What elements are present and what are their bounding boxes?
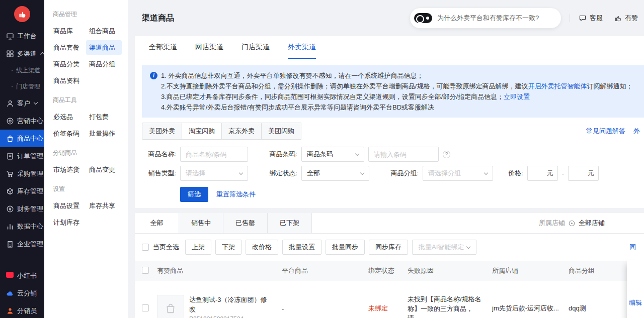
tab-jd-takeout[interactable]: 京东外卖 [221, 123, 262, 140]
tab-meituan-takeout[interactable]: 美团外卖 [142, 123, 182, 140]
bind-state-select[interactable]: 全部 [301, 166, 369, 181]
secondary-sidebar: 商品管理 商品库 组合商品 商品套餐 渠道商品 商品分类 商品分组 商品资料 商… [44, 0, 128, 318]
bar-chart-icon [6, 223, 14, 231]
sidebar-item-online-channel[interactable]: 线上渠道 [0, 62, 44, 78]
select-all-checkbox[interactable] [142, 244, 149, 251]
sidebar-item-label: 分销员 [17, 306, 37, 315]
table-header: 有赞商品 平台商品 绑定状态 失败原因 所属店铺 商品分组 [135, 261, 644, 281]
sidebar-item-cloud-distribution[interactable]: 云分销 [0, 284, 44, 302]
sidebar-item-customer[interactable]: 客户 [0, 94, 44, 112]
status-tab-off-shelf[interactable]: 已下架 [268, 213, 312, 233]
menu-item-product-settings[interactable]: 商品设置 [50, 198, 86, 213]
header-checkbox[interactable] [142, 267, 149, 274]
shop-cell: jm先货后款-运河店收... [492, 304, 569, 313]
sync-stock-button[interactable]: 同步库存 [369, 240, 408, 255]
menu-item-product-library[interactable]: 商品库 [50, 24, 86, 38]
menu-section-grid: 必选品 打包费 价签条码 批量操作 [50, 110, 122, 141]
sidebar-item-finance[interactable]: 财务管理 [0, 200, 44, 218]
sidebar-item-workbench[interactable]: 工作台 [0, 27, 44, 45]
menu-item-product-package[interactable]: 商品套餐 [50, 40, 86, 55]
faq-link[interactable]: 常见问题解答 [586, 127, 625, 136]
barcode-type-select[interactable]: 商品条码 [301, 147, 364, 162]
price-min-input[interactable] [528, 170, 545, 177]
assistant-question: 为什么外卖平台和有赞库存不一致? [437, 14, 539, 23]
sidebar-item-multichannel[interactable]: 多渠道 [0, 45, 44, 62]
sidebar-item-xiaohongshu[interactable]: 小红书 [0, 267, 44, 284]
product-name-input[interactable] [180, 147, 248, 162]
main-header: 渠道商品 为什么外卖平台和有赞库存不一致? 客服 有赞 [128, 0, 644, 36]
group-select[interactable]: 请选择分组 [423, 166, 493, 181]
filter-submit-button[interactable]: 筛选 [180, 187, 208, 202]
menu-item-product-group[interactable]: 商品分组 [86, 57, 122, 71]
filter-reset-link[interactable]: 重置筛选条件 [216, 190, 256, 199]
status-tab-on-sale[interactable]: 销售中 [179, 213, 223, 233]
help-icon[interactable]: ? [443, 151, 450, 158]
sidebar-item-distributor[interactable]: 分销员 [0, 302, 44, 318]
content-area: 全部渠道 网店渠道 门店渠道 外卖渠道 i 1. 外卖商品信息非双向互通，外卖平… [128, 36, 644, 318]
sync-log-link[interactable]: 同 [629, 243, 637, 252]
menu-section-grid: 商品库 组合商品 商品套餐 渠道商品 商品分类 商品分组 商品资料 [50, 24, 122, 88]
sidebar-item-marketing-center[interactable]: 营销中心 [0, 112, 44, 130]
youzan-logo[interactable] [14, 6, 30, 22]
bulk-change-price-button[interactable]: 改价格 [246, 240, 278, 255]
info-icon: i [150, 72, 157, 79]
menu-item-stock-sharing[interactable]: 库存共享 [86, 198, 122, 213]
praise-label: 有赞 [625, 14, 638, 23]
filter-buttons: 筛选 重置筛选条件 [180, 187, 644, 202]
sale-type-select[interactable]: 请选择 [180, 166, 248, 181]
open-takeout-agent-link[interactable]: 开启外卖托管智能体 [528, 81, 587, 91]
bulk-off-shelf-button[interactable]: 下架 [215, 240, 242, 255]
status-tab-all[interactable]: 全部 [135, 213, 179, 233]
sidebar-item-product-center[interactable]: 商品中心 [0, 130, 44, 147]
praise-button[interactable]: 有赞 [614, 14, 638, 23]
tab-taobao-flash[interactable]: 淘宝闪购 [182, 123, 222, 140]
bag-placeholder-icon [165, 302, 177, 314]
edit-link[interactable]: 编辑 [629, 299, 642, 306]
menu-item-product-change[interactable]: 商品变更 [86, 162, 122, 177]
notice-line: 3.商品已绑定才具备库存同步条件，同步商品范围可根据实际情况自定义渠道规则，设置… [150, 91, 636, 102]
tab-all-channels[interactable]: 全部渠道 [149, 36, 177, 59]
tab-takeout-channel[interactable]: 外卖渠道 [288, 36, 316, 59]
sidebar-item-inventory[interactable]: 库存管理 [0, 182, 44, 200]
tab-offline-store-channel[interactable]: 门店渠道 [242, 36, 270, 59]
menu-item-channel-product[interactable]: 渠道商品 [86, 40, 122, 55]
menu-item-packing-fee[interactable]: 打包费 [86, 110, 122, 124]
sidebar-item-procurement[interactable]: 采购管理 [0, 165, 44, 182]
bulk-sync-button[interactable]: 批量同步 [326, 240, 365, 255]
menu-item-combo-product[interactable]: 组合商品 [86, 24, 122, 38]
sidebar-item-store-management[interactable]: 门店管理 [0, 78, 44, 94]
tab-meituan-flash[interactable]: 美团闪购 [261, 123, 301, 140]
chevron-up-icon [40, 52, 44, 56]
tab-online-store-channel[interactable]: 网店渠道 [195, 36, 223, 59]
status-tabs: 全部 销售中 已售罄 已下架 所属店铺 全部店铺 [135, 213, 644, 234]
ai-smart-bind-button[interactable]: 批量AI智能绑定 [412, 240, 476, 255]
sidebar-item-order-management[interactable]: 订单管理 [0, 147, 44, 165]
notice-text: 1. 外卖商品信息非双向互通，外卖平台单独修改有赞不感知，请在一个系统维护商品信… [161, 70, 423, 81]
menu-item-product-category[interactable]: 商品分类 [50, 57, 86, 71]
ai-assistant-search[interactable]: 为什么外卖平台和有赞库存不一致? [410, 8, 561, 28]
menu-item-product-data[interactable]: 商品资料 [50, 73, 86, 88]
menu-item-planned-stock[interactable]: 计划库存 [50, 215, 86, 230]
status-tab-sold-out[interactable]: 已售罄 [223, 213, 268, 233]
menu-item-required-goods[interactable]: 必选品 [50, 110, 86, 124]
group-placeholder: 请选择分组 [428, 169, 461, 178]
barcode-input[interactable] [368, 147, 439, 162]
bulk-on-shelf-button[interactable]: 上架 [185, 240, 211, 255]
customer-service-button[interactable]: 客服 [579, 14, 603, 23]
fail-reason-cell: 未找到【商品名称/规格名称】一致的三方商品，请... [408, 294, 492, 318]
price-max-input[interactable] [569, 170, 586, 177]
sidebar-item-enterprise[interactable]: 企业管理 [0, 235, 44, 253]
menu-item-market-selection[interactable]: 市场选货 [50, 162, 86, 177]
setup-now-link[interactable]: 立即设置 [504, 91, 530, 102]
workbench-icon [6, 32, 14, 40]
menu-item-price-tag-barcode[interactable]: 价签条码 [50, 126, 86, 141]
row-checkbox[interactable] [142, 304, 149, 311]
shop-scope-filter[interactable]: 所属店铺 全部店铺 [539, 219, 644, 228]
sidebar-item-label: 云分销 [17, 289, 37, 298]
notice-text: 订阅解绑通知； [587, 81, 632, 91]
sidebar-subitem-label: 门店管理 [16, 82, 40, 91]
clipped-right-link[interactable]: 外 [633, 127, 640, 136]
sidebar-item-data-center[interactable]: 数据中心 [0, 218, 44, 235]
menu-item-batch-operation[interactable]: 批量操作 [86, 126, 122, 141]
bulk-settings-button[interactable]: 批量设置 [282, 240, 321, 255]
